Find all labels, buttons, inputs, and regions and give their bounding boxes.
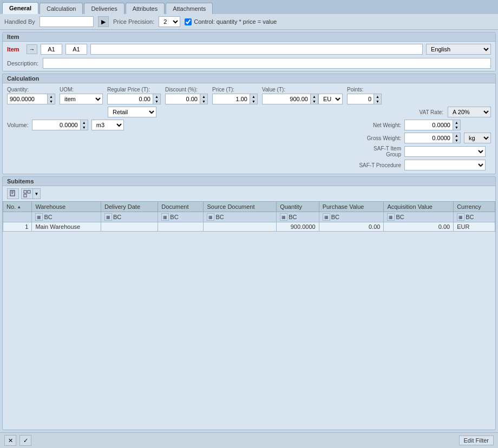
- regular-price-input[interactable]: [107, 94, 153, 104]
- points-spinner[interactable]: ▲ ▼: [374, 94, 382, 104]
- value-up[interactable]: ▲: [311, 94, 318, 99]
- item-name-input[interactable]: [90, 44, 423, 55]
- filter-warehouse-icon[interactable]: ▦: [35, 213, 43, 221]
- regular-price-label: Regular Price (T):: [107, 87, 161, 93]
- filter-purchase-value: ▦ BC: [319, 212, 384, 222]
- col-no-sort[interactable]: ▲: [17, 205, 21, 209]
- net-weight-up[interactable]: ▲: [453, 120, 460, 125]
- discount-spinner[interactable]: ▲ ▼: [200, 94, 208, 104]
- item-arrow-button[interactable]: →: [27, 44, 37, 54]
- subitems-grid-icon[interactable]: [21, 188, 33, 199]
- calc-grid: Quantity: ▲ ▼ UOM: item: [3, 83, 495, 174]
- currency-select[interactable]: EUR: [318, 94, 343, 104]
- gross-weight-up[interactable]: ▲: [453, 133, 460, 138]
- saft-item-select[interactable]: [404, 146, 486, 157]
- gross-weight-spinner[interactable]: ▲ ▼: [453, 133, 461, 143]
- filter-delivery-date-icon[interactable]: ▦: [104, 213, 112, 221]
- handled-by-input[interactable]: [40, 16, 94, 27]
- weight-unit-select[interactable]: kg: [464, 133, 491, 143]
- svg-rect-6: [24, 194, 27, 197]
- retail-select[interactable]: Retail: [108, 107, 156, 117]
- control-checkbox-label[interactable]: Control: quantity * price = value: [185, 18, 277, 25]
- confirm-button[interactable]: ✓: [19, 435, 31, 446]
- value-down[interactable]: ▼: [311, 99, 318, 104]
- discount-field: Discount (%): ▲ ▼: [165, 87, 208, 104]
- cancel-button[interactable]: ✕: [4, 435, 16, 446]
- filter-delivery-date: ▦ BC: [101, 212, 158, 222]
- col-delivery-date-label: Delivery Date: [104, 203, 140, 210]
- volume-spinner[interactable]: ▲ ▼: [81, 120, 88, 130]
- cell-quantity: 900.0000: [277, 222, 319, 232]
- points-input[interactable]: [347, 94, 374, 104]
- regular-price-up[interactable]: ▲: [153, 94, 160, 99]
- cell-acquisition-value: 0.00: [384, 222, 454, 232]
- subitems-table: No. ▲ Warehouse Delivery Date Document S…: [3, 201, 495, 232]
- filter-purchase-value-icon[interactable]: ▦: [323, 213, 330, 221]
- filter-quantity-icon[interactable]: ▦: [280, 213, 287, 221]
- discount-up[interactable]: ▲: [200, 94, 207, 99]
- net-weight-input[interactable]: [404, 120, 453, 130]
- discount-input[interactable]: [165, 94, 200, 104]
- item-language-select[interactable]: English: [426, 44, 491, 55]
- quantity-down[interactable]: ▼: [48, 99, 55, 104]
- quantity-field: Quantity: ▲ ▼: [7, 87, 55, 104]
- description-input[interactable]: [43, 58, 491, 69]
- price-down[interactable]: ▼: [250, 99, 257, 104]
- value-spinner[interactable]: ▲ ▼: [311, 94, 318, 104]
- price-input[interactable]: [212, 94, 250, 104]
- col-delivery-date: Delivery Date: [101, 202, 158, 212]
- tab-attributes[interactable]: Attributes: [126, 3, 165, 14]
- cell-document: [158, 222, 204, 232]
- volume-unit-select[interactable]: m3: [91, 120, 124, 130]
- net-weight-spinner[interactable]: ▲ ▼: [453, 120, 461, 130]
- item-code1-input[interactable]: [41, 44, 62, 55]
- subitems-more-arrow[interactable]: ▼: [33, 188, 41, 199]
- filter-document-icon[interactable]: ▦: [161, 213, 169, 221]
- volume-up[interactable]: ▲: [81, 120, 88, 125]
- control-checkbox[interactable]: [185, 18, 192, 25]
- vat-rate-select[interactable]: A 20%: [448, 107, 491, 117]
- filter-purchase-value-text: BC: [331, 214, 339, 220]
- discount-down[interactable]: ▼: [200, 99, 207, 104]
- control-label-text: Control: quantity * price = value: [194, 18, 277, 25]
- price-up[interactable]: ▲: [250, 94, 257, 99]
- gross-weight-input[interactable]: [404, 133, 453, 143]
- gross-weight-down[interactable]: ▼: [453, 138, 460, 143]
- col-quantity: Quantity: [277, 202, 319, 212]
- filter-document: ▦ BC: [158, 212, 204, 222]
- tab-general[interactable]: General: [2, 2, 38, 14]
- value-label: Value (T):: [262, 87, 343, 93]
- uom-select[interactable]: item: [60, 94, 103, 104]
- quantity-input[interactable]: [7, 94, 48, 104]
- col-currency: Currency: [454, 202, 495, 212]
- filter-delivery-date-text: BC: [113, 214, 121, 220]
- quantity-up[interactable]: ▲: [48, 94, 55, 99]
- edit-filter-button[interactable]: Edit Filter: [459, 436, 494, 445]
- tab-deliveries[interactable]: Deliveries: [84, 3, 124, 14]
- quantity-spinner[interactable]: ▲ ▼: [48, 94, 55, 104]
- filter-currency-icon[interactable]: ▦: [457, 213, 464, 221]
- subitems-add-icon[interactable]: [7, 188, 19, 199]
- filter-source-document-icon[interactable]: ▦: [207, 213, 214, 221]
- regular-price-spinner[interactable]: ▲ ▼: [153, 94, 161, 104]
- points-down[interactable]: ▼: [374, 99, 381, 104]
- volume-input[interactable]: [32, 120, 81, 130]
- subitems-header-row: No. ▲ Warehouse Delivery Date Document S…: [3, 202, 495, 212]
- price-precision-select[interactable]: 2 3 4: [159, 16, 180, 27]
- points-up[interactable]: ▲: [374, 94, 381, 99]
- filter-acquisition-value-icon[interactable]: ▦: [387, 213, 395, 221]
- regular-price-down[interactable]: ▼: [153, 99, 160, 104]
- tab-attachments[interactable]: Attachments: [166, 3, 213, 14]
- calc-row-1: Quantity: ▲ ▼ UOM: item: [7, 87, 491, 104]
- net-weight-down[interactable]: ▼: [453, 125, 460, 130]
- saft-procedure-select[interactable]: [404, 160, 486, 170]
- table-row: 1 Main Warehouse 900.0000 0.00 0.00 EUR: [3, 222, 495, 232]
- price-field: Price (T): ▲ ▼: [212, 87, 258, 104]
- calc-row-3: Volume: ▲ ▼ m3: [7, 120, 491, 170]
- price-spinner[interactable]: ▲ ▼: [250, 94, 258, 104]
- tab-calculation[interactable]: Calculation: [40, 3, 83, 14]
- volume-down[interactable]: ▼: [81, 125, 88, 130]
- item-code2-input[interactable]: [65, 44, 87, 55]
- handled-by-arrow[interactable]: ▶: [98, 16, 109, 27]
- value-input[interactable]: [262, 94, 311, 104]
